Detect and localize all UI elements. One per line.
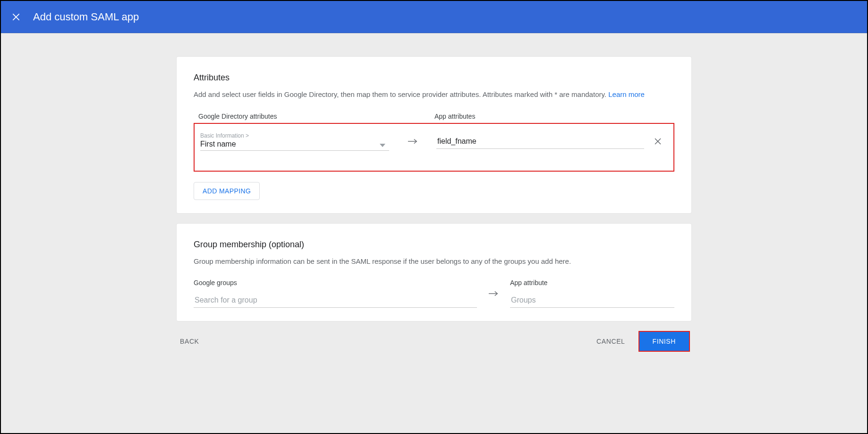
app-attribute-field[interactable] bbox=[436, 134, 644, 149]
mapping-row: Basic Information > First name bbox=[200, 132, 668, 151]
cancel-button[interactable]: CANCEL bbox=[595, 333, 627, 350]
arrow-right-icon bbox=[389, 138, 436, 145]
finish-highlight: FINISH bbox=[638, 331, 690, 352]
attributes-heading: Attributes bbox=[194, 73, 674, 83]
select-value: First name bbox=[200, 140, 389, 148]
app-header: Add custom SAML app bbox=[1, 1, 867, 33]
learn-more-link[interactable]: Learn more bbox=[608, 90, 645, 98]
add-mapping-button[interactable]: ADD MAPPING bbox=[194, 182, 260, 200]
attributes-description: Add and select user fields in Google Dir… bbox=[194, 89, 674, 100]
col-google-groups: Google groups bbox=[194, 279, 477, 286]
chevron-down-icon bbox=[380, 141, 385, 149]
select-breadcrumb: Basic Information > bbox=[200, 132, 389, 139]
workspace: Attributes Add and select user fields in… bbox=[1, 33, 867, 433]
svg-marker-2 bbox=[380, 144, 385, 147]
wizard-footer: BACK CANCEL FINISH bbox=[176, 331, 692, 352]
back-button[interactable]: BACK bbox=[178, 333, 201, 350]
remove-mapping-button[interactable] bbox=[648, 137, 668, 146]
group-description: Group membership information can be sent… bbox=[194, 256, 674, 267]
col-app-attributes: App attributes bbox=[434, 113, 674, 120]
group-search-input[interactable] bbox=[194, 293, 477, 308]
attributes-card: Attributes Add and select user fields in… bbox=[176, 56, 692, 214]
finish-button[interactable]: FINISH bbox=[639, 332, 689, 351]
group-heading: Group membership (optional) bbox=[194, 240, 674, 250]
google-directory-select[interactable]: Basic Information > First name bbox=[200, 132, 389, 151]
attribute-column-headers: Google Directory attributes App attribut… bbox=[194, 113, 674, 120]
group-row: Google groups App attribute bbox=[194, 279, 674, 308]
page-title: Add custom SAML app bbox=[33, 11, 139, 23]
group-app-attribute-input[interactable] bbox=[510, 293, 674, 308]
mapping-highlight: Basic Information > First name bbox=[194, 123, 674, 172]
col-google-directory: Google Directory attributes bbox=[194, 113, 392, 120]
app-attribute-input[interactable] bbox=[436, 134, 644, 149]
group-membership-card: Group membership (optional) Group member… bbox=[176, 223, 692, 322]
arrow-right-icon bbox=[477, 290, 510, 297]
close-icon[interactable] bbox=[9, 10, 23, 24]
col-app-attribute: App attribute bbox=[510, 279, 674, 286]
